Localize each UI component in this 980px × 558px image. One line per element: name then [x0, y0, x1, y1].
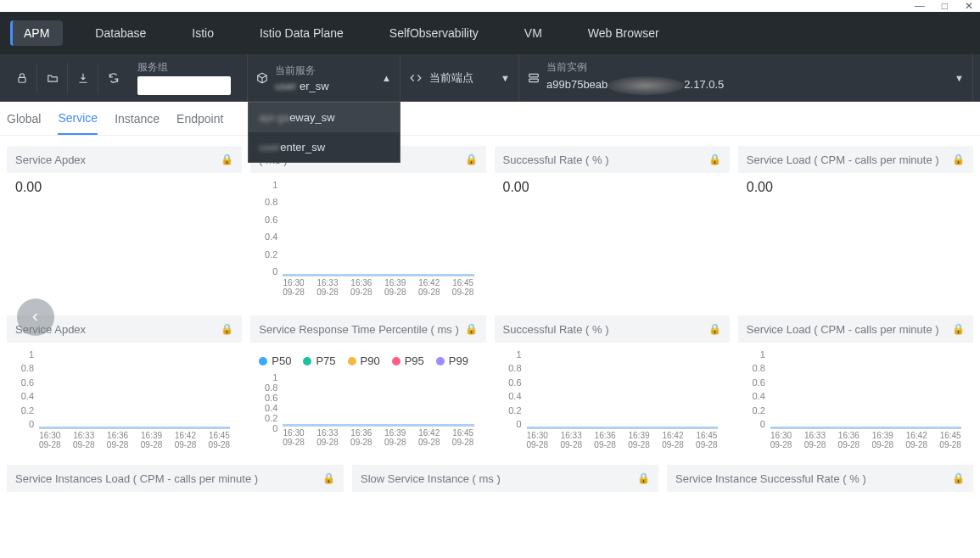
- nav-apm[interactable]: APM: [10, 20, 63, 46]
- card-row-1: Service Apdex🔒 0.00 ( ms )🔒 10.80.60.40.…: [0, 146, 980, 305]
- card-success-rate-value: Successful Rate ( % )🔒 0.00: [495, 146, 730, 305]
- card-title: Service Apdex: [15, 153, 86, 166]
- filter-current-service-value: user er_sw: [275, 80, 329, 92]
- chart-service-load: 10.80.60.40.20 16:3009-2816:3309-2816:36…: [747, 349, 965, 451]
- filter-service-group-label: 服务组: [137, 60, 231, 75]
- svg-rect-1: [529, 74, 539, 77]
- chevron-down-icon: ▼: [490, 73, 510, 83]
- dropdown-option-0[interactable]: api-gaeway_sw: [249, 103, 400, 132]
- subtab-global[interactable]: Global: [7, 103, 41, 134]
- metric-value: 0.00: [503, 180, 529, 194]
- card-title: Service Instance Successful Rate ( % ): [675, 472, 866, 485]
- lock-icon: 🔒: [221, 153, 233, 165]
- card-title: Service Instances Load ( CPM - calls per…: [15, 472, 258, 485]
- y-axis: 10.80.60.40.20: [259, 180, 281, 276]
- nav-selfobservability[interactable]: SelfObservability: [376, 20, 492, 46]
- redacted-region: [608, 76, 684, 95]
- card-response-ms: ( ms )🔒 10.80.60.40.20 16:3009-2816:3309…: [250, 146, 485, 305]
- nav-istio[interactable]: Istio: [178, 20, 227, 46]
- subtab-endpoint[interactable]: Endpoint: [176, 103, 223, 134]
- card-title: Slow Service Instance ( ms ): [361, 472, 501, 485]
- svg-rect-0: [18, 77, 25, 82]
- card-row-2: Service Apdex🔒 10.80.60.40.20 16:3009-28…: [0, 315, 980, 458]
- card-success-rate-chart: Successful Rate ( % )🔒 10.80.60.40.20 16…: [495, 315, 730, 458]
- refresh-icon[interactable]: [98, 63, 129, 93]
- card-slow-instance: Slow Service Instance ( ms )🔒: [352, 465, 658, 492]
- card-instance-success-rate: Service Instance Successful Rate ( % )🔒: [667, 465, 973, 492]
- percentile-legend: P50 P75 P90 P95 P99: [259, 349, 477, 372]
- card-service-apdex-value: Service Apdex🔒 0.00: [7, 146, 242, 305]
- prev-page-button[interactable]: [17, 299, 54, 336]
- lock-icon: 🔒: [465, 153, 478, 165]
- window-titlebar: — □ ✕: [0, 0, 980, 12]
- filter-current-endpoint[interactable]: 当前端点 ▼: [400, 54, 519, 102]
- chevron-up-icon: ▲: [372, 73, 391, 83]
- close-button[interactable]: ✕: [965, 0, 973, 12]
- lock-icon: 🔒: [637, 472, 650, 484]
- card-title: Successful Rate ( % ): [503, 323, 609, 336]
- filter-current-instance[interactable]: 当前实例 a99b75beab2.17.0.5 ▼: [519, 54, 973, 102]
- nav-istio-data-plane[interactable]: Istio Data Plane: [246, 20, 357, 46]
- card-service-load-value: Service Load ( CPM - calls per minute )🔒…: [738, 146, 973, 305]
- chart-percentile: 10.80.60.40.20 16:3009-2816:3309-2816:36…: [259, 372, 477, 449]
- filter-current-service-label: 当前服务: [275, 64, 329, 78]
- subtab-instance[interactable]: Instance: [115, 103, 160, 134]
- card-title: Service Response Time Percentile ( ms ): [259, 323, 459, 336]
- filter-current-instance-label: 当前实例: [546, 60, 724, 75]
- download-icon[interactable]: [68, 63, 98, 93]
- lock-icon: 🔒: [952, 472, 965, 484]
- filter-service-group[interactable]: 服务组: [129, 54, 248, 102]
- x-axis: 16:3009-2816:3309-2816:3609-2816:3909-28…: [283, 278, 473, 299]
- metric-value: 0.00: [15, 180, 42, 194]
- card-row-3: Service Instances Load ( CPM - calls per…: [0, 465, 980, 492]
- chart-response-ms: 10.80.60.40.20 16:3009-2816:3309-2816:36…: [259, 180, 477, 299]
- maximize-button[interactable]: □: [942, 0, 948, 12]
- lock-icon: 🔒: [708, 323, 721, 335]
- card-title: Service Load ( CPM - calls per minute ): [747, 323, 939, 336]
- metric-value: 0.00: [747, 180, 773, 194]
- subtab-service[interactable]: Service: [58, 103, 98, 135]
- card-service-apdex-chart: Service Apdex🔒 10.80.60.40.20 16:3009-28…: [7, 315, 242, 458]
- chevron-down-icon: ▼: [944, 73, 964, 83]
- chart-apdex: 10.80.60.40.20 16:3009-2816:3309-2816:36…: [15, 349, 233, 451]
- filter-current-service[interactable]: 当前服务 user er_sw ▲ api-gaeway_sw userente…: [248, 54, 400, 102]
- folder-icon[interactable]: [37, 63, 68, 93]
- card-instances-load: Service Instances Load ( CPM - calls per…: [7, 465, 344, 492]
- dropdown-option-1[interactable]: userenter_sw: [249, 132, 400, 162]
- chart-success-rate: 10.80.60.40.20 16:3009-2816:3309-2816:36…: [503, 349, 721, 451]
- lock-icon: 🔒: [322, 472, 335, 484]
- main-nav: APM Database Istio Istio Data Plane Self…: [0, 12, 980, 54]
- card-response-percentile-chart: Service Response Time Percentile ( ms )🔒…: [250, 315, 485, 458]
- nav-web-browser[interactable]: Web Browser: [574, 20, 673, 46]
- sub-tabs: Global Service Instance Endpoint: [0, 102, 980, 136]
- lock-icon: 🔒: [221, 323, 233, 335]
- svg-rect-2: [529, 79, 539, 82]
- service-dropdown: api-gaeway_sw userenter_sw: [248, 102, 400, 163]
- lock-icon: 🔒: [465, 323, 478, 335]
- service-group-input[interactable]: [137, 76, 231, 95]
- package-icon: [256, 72, 268, 84]
- lock-icon[interactable]: [7, 63, 37, 93]
- minimize-button[interactable]: —: [915, 0, 925, 12]
- card-title: Service Load ( CPM - calls per minute ): [747, 153, 939, 166]
- filter-current-instance-value: a99b75beab2.17.0.5: [546, 76, 724, 95]
- card-service-load-chart: Service Load ( CPM - calls per minute )🔒…: [738, 315, 973, 458]
- lock-icon: 🔒: [708, 153, 721, 165]
- filter-toolbar: 服务组 当前服务 user er_sw ▲ api-gaeway_sw user…: [0, 54, 980, 102]
- lock-icon: 🔒: [952, 153, 965, 165]
- nav-vm[interactable]: VM: [511, 20, 556, 46]
- filter-current-endpoint-label: 当前端点: [429, 70, 473, 86]
- server-icon: [528, 72, 540, 84]
- card-title: Successful Rate ( % ): [503, 153, 609, 166]
- lock-icon: 🔒: [952, 323, 965, 335]
- dashboard-content: Service Apdex🔒 0.00 ( ms )🔒 10.80.60.40.…: [0, 136, 980, 558]
- code-icon: [409, 72, 423, 84]
- nav-database[interactable]: Database: [81, 20, 160, 46]
